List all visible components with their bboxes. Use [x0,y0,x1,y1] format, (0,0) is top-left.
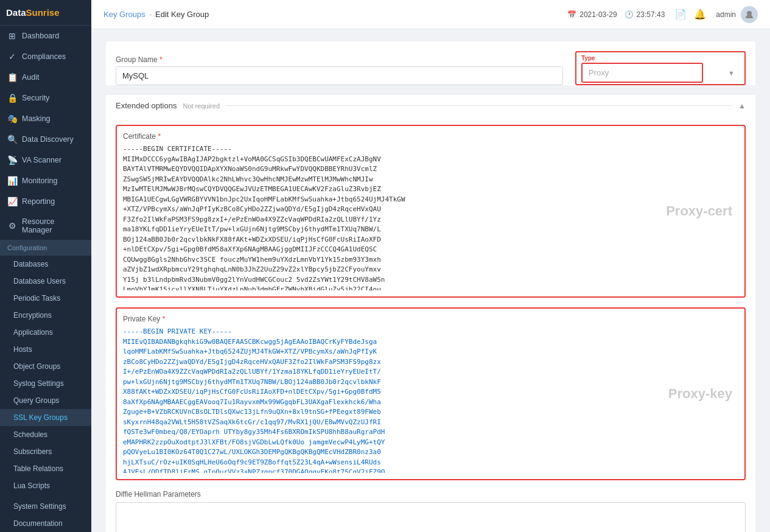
username: admin [716,10,736,19]
sidebar-subitem-object-groups[interactable]: Object Groups [0,358,91,375]
dashboard-icon: ⊞ [7,31,17,41]
sidebar-subitem-table-relations[interactable]: Table Relations [0,460,91,477]
sidebar-item-data-discovery[interactable]: 🔍 Data Discovery [0,129,91,150]
sidebar-item-security[interactable]: 🔒 Security [0,88,91,108]
dh-textarea[interactable] [116,502,746,532]
logo: DataSunrise [0,0,91,26]
logo-data: Data [6,7,26,18]
type-label: Type [581,55,740,61]
header-date: 2021-03-29 [579,10,617,19]
avatar [741,6,758,23]
group-name-label: Group Name * [116,55,563,64]
private-key-section: Private Key * -----BEGIN PRIVATE KEY----… [116,307,746,480]
security-icon: 🔒 [7,93,17,103]
logo-sunrise: Sunrise [26,7,60,18]
sidebar-subitem-periodic-tasks[interactable]: Periodic Tasks [0,290,91,307]
bell-icon[interactable]: 🔔 [694,9,706,20]
group-name-group: Group Name * [116,55,563,85]
header: Key Groups - Edit Key Group 📅 2021-03-29… [91,0,770,29]
sidebar-item-compliances[interactable]: ✓ Compliances [0,46,91,67]
certificate-label: Certificate * [123,132,738,141]
sidebar-item-label: Data Discovery [22,135,74,144]
sidebar-subitem-documentation[interactable]: Documentation [0,515,91,532]
content-area: Group Name * Type Proxy Client Server ▼ [91,29,770,532]
sidebar-subitem-lua-scripts[interactable]: Lua Scripts [0,477,91,494]
sidebar-item-audit[interactable]: 📋 Audit [0,67,91,88]
sidebar-item-reporting[interactable]: 📈 Reporting [0,191,91,212]
sidebar-item-monitoring[interactable]: 📊 Monitoring [0,170,91,191]
breadcrumb: Key Groups - Edit Key Group [103,10,209,19]
sidebar-item-va-scanner[interactable]: 📡 VA Scanner [0,150,91,170]
datetime: 📅 2021-03-29 🕐 23:57:43 [567,10,665,19]
dh-section: Diffie Hellman Parameters [116,490,746,532]
type-select-wrapper: Proxy Client Server ▼ [581,63,740,83]
sidebar-item-dashboard[interactable]: ⊞ Dashboard [0,26,91,46]
header-right: 📅 2021-03-29 🕐 23:57:43 📄 🔔 admin [567,6,758,23]
sidebar-item-masking[interactable]: 🎭 Masking [0,108,91,129]
sidebar-subitem-databases[interactable]: Databases [0,256,91,273]
chevron-up-icon[interactable]: ▲ [738,102,746,110]
extended-options-sub: Not required [183,102,220,110]
sidebar-subitem-ssl-key-groups[interactable]: SSL Key Groups [0,409,91,426]
sidebar-subitem-syslog-settings[interactable]: Syslog Settings [0,375,91,392]
certificate-section: Certificate * -----BEGIN CERTIFICATE----… [116,125,746,298]
type-select[interactable]: Proxy Client Server [581,63,703,83]
sidebar-subitem-system-settings[interactable]: System Settings [0,498,91,515]
sidebar-subitem-database-users[interactable]: Database Users [0,273,91,290]
calendar-icon: 📅 [567,10,576,19]
resource-manager-icon: ⚙ [7,221,17,231]
chevron-down-icon: ▼ [728,69,735,77]
certificate-container: Certificate * -----BEGIN CERTIFICATE----… [106,125,755,532]
configuration-section: Configuration [0,240,91,256]
sidebar-item-label: Compliances [22,52,66,61]
data-discovery-icon: 🔍 [7,135,17,144]
sidebar-item-label: Resource Manager [22,217,84,234]
monitoring-icon: 📊 [7,176,17,186]
header-icons: 📄 🔔 [674,9,706,20]
va-scanner-icon: 📡 [7,155,17,165]
certificate-text-area[interactable]: -----BEGIN CERTIFICATE----- MIIMxDCCC6yg… [123,144,738,290]
breadcrumb-sep: - [149,10,152,19]
time-item: 🕐 23:57:43 [625,10,665,19]
sidebar: DataSunrise ⊞ Dashboard ✓ Compliances 📋 … [0,0,91,532]
user-info[interactable]: admin [716,6,758,23]
masking-icon: 🎭 [7,114,17,124]
sidebar-item-label: Audit [22,73,40,82]
date-item: 📅 2021-03-29 [567,10,617,19]
sidebar-item-label: Dashboard [22,32,59,40]
sidebar-subitem-query-groups[interactable]: Query Groups [0,392,91,409]
main-wrapper: Key Groups - Edit Key Group 📅 2021-03-29… [91,0,770,532]
document-icon[interactable]: 📄 [674,9,687,20]
sidebar-item-label: Masking [22,114,51,123]
header-time: 23:57:43 [637,10,665,19]
extended-options-container: Extended options Not required ▲ [106,95,755,125]
sidebar-subitem-encryptions[interactable]: Encryptions [0,307,91,324]
sidebar-subitem-applications[interactable]: Applications [0,324,91,341]
sidebar-item-label: Reporting [22,197,55,206]
breadcrumb-current: Edit Key Group [155,10,209,19]
private-key-label: Private Key * [123,315,738,323]
compliances-icon: ✓ [7,52,17,61]
group-name-input[interactable] [116,66,563,85]
sidebar-item-label: Monitoring [22,177,57,185]
clock-icon: 🕐 [625,10,634,19]
audit-icon: 📋 [7,72,17,82]
sidebar-item-label: VA Scanner [22,156,61,164]
sidebar-subitem-hosts[interactable]: Hosts [0,341,91,358]
extended-options-label: Extended options [116,101,177,110]
sidebar-item-label: Security [22,94,49,102]
extended-options: Extended options Not required ▲ [116,101,746,110]
dh-label: Diffie Hellman Parameters [116,490,746,499]
sidebar-subitem-subscribers[interactable]: Subscribers [0,443,91,460]
breadcrumb-link[interactable]: Key Groups [103,10,145,19]
private-key-text-area[interactable]: -----BEGIN PRIVATE KEY----- MIIEvQIBADAN… [123,327,738,473]
type-group: Type Proxy Client Server ▼ [575,51,746,85]
reporting-icon: 📈 [7,197,17,206]
sidebar-subitem-schedules[interactable]: Schedules [0,426,91,443]
type-box: Type Proxy Client Server ▼ [575,51,746,85]
sidebar-item-resource-manager[interactable]: ⚙ Resource Manager [0,212,91,240]
divider-line [226,105,732,106]
